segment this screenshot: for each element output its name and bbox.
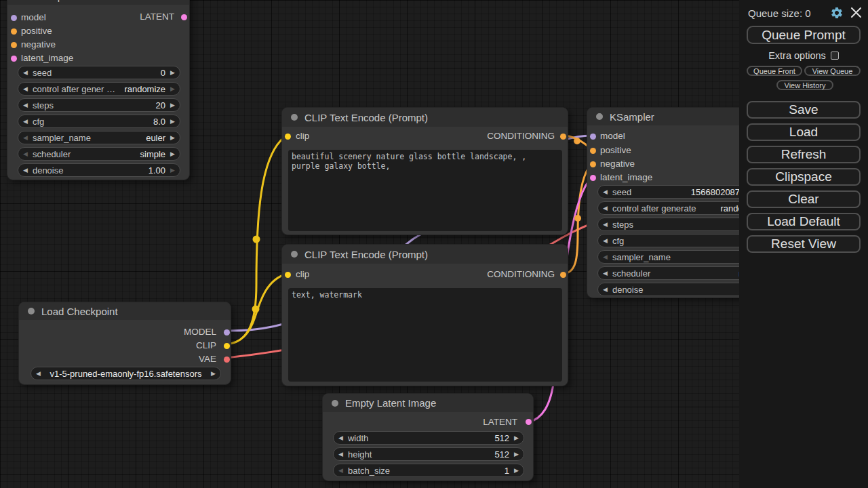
increment-arrow-icon[interactable]: ▶ [165,69,180,76]
output-port-latent[interactable] [526,419,532,425]
input-port-positive[interactable] [590,148,596,154]
decrement-arrow-icon[interactable]: ◀ [18,69,33,76]
output-port-conditioning[interactable] [560,134,566,140]
increment-arrow-icon[interactable]: ▶ [165,134,180,141]
reset-view-button[interactable]: Reset View [747,235,861,253]
decrement-arrow-icon[interactable]: ◀ [18,118,33,125]
widget-scheduler[interactable]: ◀ scheduler simple ▶ [18,147,180,161]
collapse-dot-icon[interactable] [28,308,35,314]
widget-sampler-name[interactable]: ◀ sampler_name euler ▶ [18,131,180,144]
increment-arrow-icon[interactable]: ▶ [509,467,524,474]
widget-seed[interactable]: ◀ seed 0 ▶ [18,66,180,79]
decrement-arrow-icon[interactable]: ◀ [598,286,612,293]
decrement-arrow-icon[interactable]: ◀ [18,102,33,108]
queue-prompt-label: Queue Prompt [762,28,846,43]
collapse-dot-icon[interactable] [596,113,603,120]
input-port-latent-image[interactable] [11,56,17,62]
node-ksampler-left[interactable]: KSampler model positive negative latent_… [7,0,190,180]
decrement-arrow-icon[interactable]: ◀ [598,237,612,244]
decrement-arrow-icon[interactable]: ◀ [334,434,348,441]
input-port-negative[interactable] [590,161,596,167]
node-title-bar[interactable]: Empty Latent Image [323,394,533,412]
decrement-arrow-icon[interactable]: ◀ [18,134,33,141]
decrement-arrow-icon[interactable]: ◀ [598,188,612,195]
increment-arrow-icon[interactable]: ▶ [165,118,180,125]
clipspace-button[interactable]: Clipspace [747,168,861,186]
input-port-model[interactable] [11,15,17,21]
node-empty-latent-image[interactable]: Empty Latent Image LATENT ◀ width 512 ▶ … [322,393,534,481]
decrement-arrow-icon[interactable]: ◀ [18,167,33,174]
decrement-arrow-icon[interactable]: ◀ [598,270,612,277]
decrement-arrow-icon[interactable]: ◀ [598,221,612,228]
clear-button[interactable]: Clear [747,190,861,208]
prompt-textarea[interactable]: text, watermark [288,288,562,382]
node-clip-text-encode-positive[interactable]: CLIP Text Encode (Prompt) clip CONDITION… [281,107,568,235]
widget-value: simple [140,149,166,159]
queue-prompt-button[interactable]: Queue Prompt [747,26,861,44]
decrement-arrow-icon[interactable]: ◀ [18,85,33,92]
output-port-conditioning[interactable] [560,272,566,278]
comfy-menu-panel: Queue size: 0 Queue Prompt Extra options… [739,0,868,488]
widget-width[interactable]: ◀ width 512 ▶ [333,431,524,445]
node-load-checkpoint[interactable]: Load Checkpoint MODEL CLIP VAE ◀ v1-5-pr… [18,302,231,385]
node-title-bar[interactable]: CLIP Text Encode (Prompt) [282,108,568,127]
prompt-textarea[interactable]: beautiful scenery nature glass bottle la… [288,150,562,231]
settings-gear-icon[interactable] [830,6,844,20]
increment-arrow-icon[interactable]: ▶ [509,451,524,458]
widget-control-after-generate[interactable]: ◀ control after gener … randomize ▶ [18,82,180,96]
input-port-positive[interactable] [11,28,17,35]
widget-label: denoise [33,165,64,176]
view-history-button[interactable]: View History [776,80,833,90]
input-port-negative[interactable] [11,42,17,48]
input-port-clip[interactable] [285,134,291,140]
increment-arrow-icon[interactable]: ▶ [509,434,524,441]
widget-denoise[interactable]: ◀ denoise 1.00 ▶ [18,163,180,177]
collapse-dot-icon[interactable] [291,251,298,258]
view-queue-button[interactable]: View Queue [804,66,861,76]
widget-batch-size[interactable]: ◀ batch_size 1 ▶ [333,464,524,477]
increment-arrow-icon[interactable]: ▶ [165,85,180,92]
node-title-bar[interactable]: KSampler [7,0,189,5]
decrement-arrow-icon[interactable]: ◀ [31,370,45,377]
node-clip-text-encode-negative[interactable]: CLIP Text Encode (Prompt) clip CONDITION… [281,244,568,386]
widget-height[interactable]: ◀ height 512 ▶ [333,447,524,461]
increment-arrow-icon[interactable]: ▶ [165,102,180,108]
input-port-latent-image[interactable] [590,175,596,181]
decrement-arrow-icon[interactable]: ◀ [334,467,348,474]
widget-ckpt-name[interactable]: ◀ v1-5-pruned-emaonly-fp16.safetensors ▶ [31,367,221,380]
refresh-label: Refresh [781,147,827,162]
output-port-clip[interactable] [224,343,230,349]
widget-label: height [348,449,372,460]
widget-value: 1566802087 [691,187,740,197]
save-button[interactable]: Save [747,101,861,119]
output-port-latent[interactable] [181,14,187,20]
node-title-bar[interactable]: CLIP Text Encode (Prompt) [282,245,568,264]
widget-label: denoise [612,285,644,295]
load-button[interactable]: Load [747,123,861,141]
input-port-clip[interactable] [285,272,291,278]
node-title: CLIP Text Encode (Prompt) [304,112,428,123]
increment-arrow-icon[interactable]: ▶ [206,370,220,377]
widget-value: randomize [124,84,165,94]
collapse-dot-icon[interactable] [332,400,338,407]
close-icon[interactable] [850,7,862,18]
output-port-vae[interactable] [224,357,230,363]
decrement-arrow-icon[interactable]: ◀ [18,150,33,157]
increment-arrow-icon[interactable]: ▶ [165,150,180,157]
extra-options-checkbox[interactable] [831,52,839,60]
widget-cfg[interactable]: ◀ cfg 8.0 ▶ [18,115,180,128]
widget-value: 1 [505,466,509,476]
load-default-button[interactable]: Load Default [747,213,861,230]
input-port-model[interactable] [590,134,596,140]
widget-label: scheduler [612,268,650,279]
increment-arrow-icon[interactable]: ▶ [165,167,180,174]
refresh-button[interactable]: Refresh [747,146,861,163]
decrement-arrow-icon[interactable]: ◀ [334,451,348,458]
output-port-model[interactable] [224,329,230,336]
decrement-arrow-icon[interactable]: ◀ [598,253,612,260]
widget-steps[interactable]: ◀ steps 20 ▶ [18,98,180,112]
collapse-dot-icon[interactable] [291,114,298,121]
node-title-bar[interactable]: Load Checkpoint [19,302,231,320]
decrement-arrow-icon[interactable]: ◀ [598,205,612,211]
queue-front-button[interactable]: Queue Front [747,66,802,76]
